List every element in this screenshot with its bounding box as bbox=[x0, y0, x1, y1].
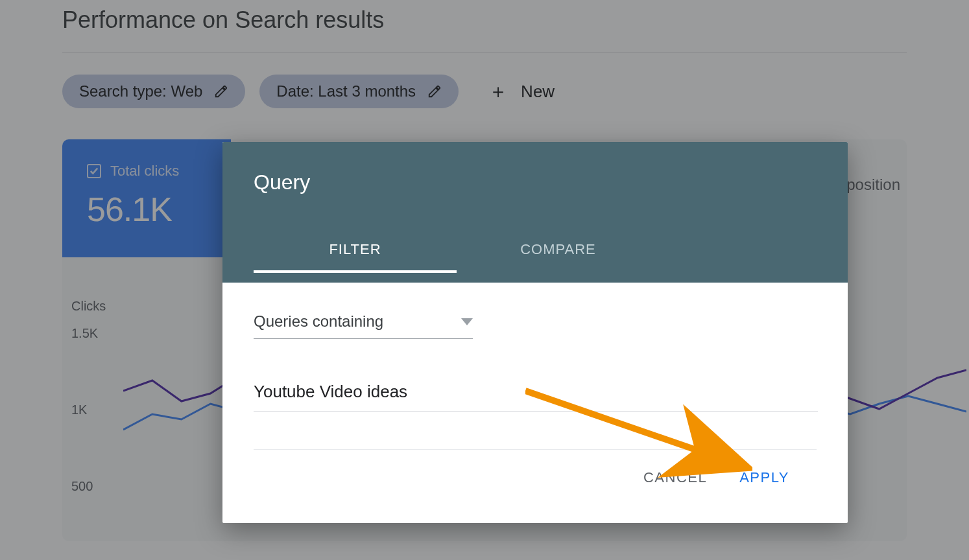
dialog-body: Queries containing CANCEL APPLY bbox=[222, 283, 848, 486]
tab-filter[interactable]: FILTER bbox=[254, 228, 457, 272]
dialog-header: Query FILTER COMPARE bbox=[222, 142, 848, 283]
query-input[interactable] bbox=[254, 377, 818, 412]
filter-type-select-label: Queries containing bbox=[254, 312, 383, 331]
tab-compare[interactable]: COMPARE bbox=[457, 228, 660, 272]
filter-type-select[interactable]: Queries containing bbox=[254, 309, 473, 339]
query-filter-dialog: Query FILTER COMPARE Queries containing … bbox=[222, 142, 848, 523]
dialog-tabs: FILTER COMPARE bbox=[254, 228, 817, 272]
dialog-actions: CANCEL APPLY bbox=[254, 450, 817, 486]
cancel-button[interactable]: CANCEL bbox=[643, 469, 707, 486]
chevron-down-icon bbox=[461, 318, 473, 325]
dialog-title: Query bbox=[254, 170, 817, 194]
apply-button[interactable]: APPLY bbox=[739, 469, 789, 486]
